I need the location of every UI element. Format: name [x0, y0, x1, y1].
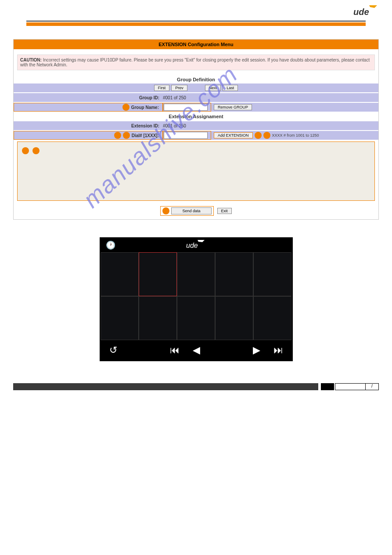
refresh-icon[interactable]: ↺	[109, 345, 117, 356]
skip-back-icon[interactable]: ⏮	[170, 345, 180, 356]
group-definition-title: Group Definition	[14, 76, 378, 83]
send-data-button[interactable]: Send data	[171, 207, 211, 214]
svg-text:ude: ude	[186, 242, 198, 249]
grid-cell[interactable]	[177, 252, 215, 296]
svg-text:ude: ude	[353, 7, 369, 17]
callout-dot-icon	[263, 132, 270, 139]
grid-cell[interactable]	[139, 296, 177, 340]
play-back-icon[interactable]: ◀	[193, 345, 200, 356]
grid-cell[interactable]	[253, 252, 291, 296]
page-number-box: /	[366, 383, 379, 390]
extension-assignment-title: Extension Assignament	[14, 112, 378, 120]
next-button[interactable]: Next	[205, 85, 221, 91]
group-id-label: Group ID:	[14, 95, 163, 100]
extension-id-value: #001 of 250	[163, 123, 211, 128]
bottom-buttons-row: Send data Exit	[14, 203, 378, 219]
extension-id-row: Extension ID: #001 of 250	[14, 121, 378, 130]
extension-config-panel: EXTENSION Configuration Menu CAUTION: In…	[13, 39, 379, 220]
callout-dot-icon	[255, 132, 262, 139]
callout-dot-icon	[32, 147, 40, 154]
device-controls: ↺ ⏮ ◀ ▶ ⏭	[101, 340, 292, 360]
callout-dot-icon	[114, 132, 121, 139]
device-logo: ude	[185, 239, 207, 251]
grid-cell[interactable]	[215, 252, 253, 296]
menu-title: EXTENSION Configuration Menu	[14, 40, 378, 49]
prev-button[interactable]: Prev	[171, 85, 187, 91]
remove-group-button[interactable]: Remove GROUP	[214, 104, 252, 110]
callout-dot-icon	[123, 132, 130, 139]
device-grid	[101, 252, 292, 340]
extension-id-label: Extension ID:	[14, 123, 163, 128]
extension-list-area	[17, 141, 375, 201]
grid-cell[interactable]	[101, 296, 139, 340]
grid-cell[interactable]	[253, 296, 291, 340]
grid-cell[interactable]	[101, 252, 139, 296]
brand-logo: ude	[13, 4, 379, 18]
last-button[interactable]: Last	[223, 85, 238, 91]
dial-label: Dial# [1XXX]:	[132, 133, 159, 138]
dial-row: Dial# [1XXX]: Add EXTENSION XXXX # from …	[14, 131, 378, 140]
group-id-row: Group ID: #001 of 250	[14, 93, 378, 102]
first-button[interactable]: First	[154, 85, 170, 91]
add-extension-button[interactable]: Add EXTENSION	[214, 132, 253, 138]
group-name-label: Group Name:	[131, 105, 159, 110]
skip-forward-icon[interactable]: ⏭	[273, 345, 283, 356]
clock-icon: 🕐	[106, 240, 115, 250]
caution-text: Incorrect settings may cause IPU10DP fai…	[20, 58, 370, 67]
page-footer: /	[0, 383, 392, 399]
header-orange-bar	[26, 22, 366, 26]
device-preview: 🕐 ude ↺ ⏮ ◀	[100, 237, 293, 361]
exit-button[interactable]: Exit	[217, 208, 232, 214]
play-forward-icon[interactable]: ▶	[253, 345, 260, 356]
grid-cell[interactable]	[215, 296, 253, 340]
grid-cell-selected[interactable]	[139, 252, 177, 296]
dial-input[interactable]	[164, 132, 208, 139]
callout-dot-icon	[122, 104, 129, 111]
group-nav-row: First Prev Next Last	[14, 83, 378, 92]
callout-dot-icon	[162, 207, 169, 214]
group-id-value: #001 of 250	[163, 95, 211, 100]
caution-box: CAUTION: Incorrect settings may cause IP…	[17, 54, 375, 70]
dial-hint: XXXX # from 1001 to 1250	[272, 133, 319, 138]
group-name-input[interactable]	[164, 104, 208, 111]
caution-label: CAUTION:	[20, 58, 42, 62]
group-name-row: Group Name: Remove GROUP	[14, 103, 378, 112]
grid-cell[interactable]	[177, 296, 215, 340]
callout-dot-icon	[22, 147, 29, 154]
